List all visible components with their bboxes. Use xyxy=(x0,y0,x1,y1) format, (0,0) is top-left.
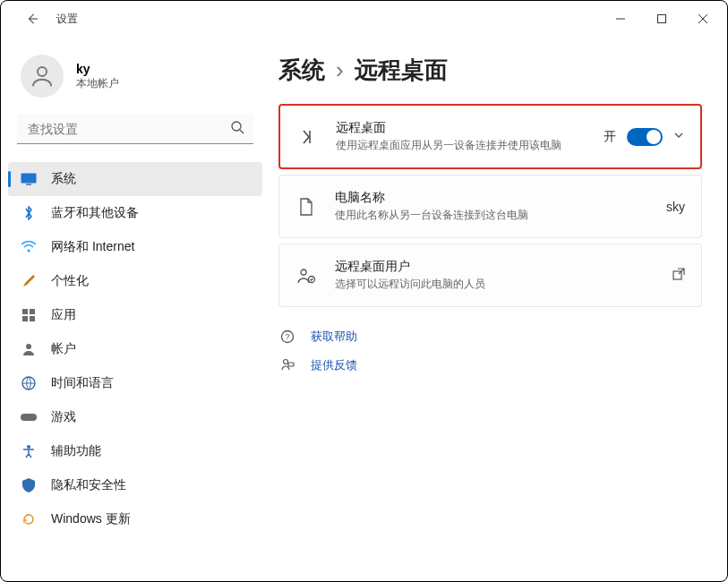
nav-label: 网络和 Internet xyxy=(51,239,134,255)
card-remote-desktop[interactable]: 远程桌面 使用远程桌面应用从另一设备连接并使用该电脑 开 xyxy=(278,104,702,169)
gaming-icon xyxy=(21,409,37,425)
pc-name-value: sky xyxy=(666,200,685,214)
card-subtitle: 使用远程桌面应用从另一设备连接并使用该电脑 xyxy=(336,138,569,153)
card-title: 电脑名称 xyxy=(335,190,666,206)
toggle-status-label: 开 xyxy=(604,129,616,145)
search-input[interactable] xyxy=(17,114,253,144)
help-label: 获取帮助 xyxy=(311,329,357,345)
nav-item-network[interactable]: 网络和 Internet xyxy=(8,230,262,264)
card-pc-name[interactable]: 电脑名称 使用此名称从另一台设备连接到这台电脑 sky xyxy=(278,175,702,238)
breadcrumb-sep: › xyxy=(336,56,344,84)
system-icon xyxy=(21,171,37,187)
nav-label: Windows 更新 xyxy=(51,511,131,527)
help-icon: ? xyxy=(278,330,296,344)
globe-icon xyxy=(21,375,37,391)
breadcrumb-current: 远程桌面 xyxy=(355,55,448,86)
nav-label: 隐私和安全性 xyxy=(51,477,126,493)
close-button[interactable] xyxy=(682,4,724,33)
svg-rect-7 xyxy=(21,174,37,184)
shield-icon xyxy=(21,477,37,493)
maximize-button[interactable] xyxy=(641,4,682,33)
minimize-button[interactable] xyxy=(600,4,641,33)
nav-label: 应用 xyxy=(51,307,76,323)
svg-text:?: ? xyxy=(285,332,289,341)
nav-label: 游戏 xyxy=(51,409,76,425)
user-block[interactable]: ky 本地帐户 xyxy=(1,46,270,114)
nav-item-personalization[interactable]: 个性化 xyxy=(8,264,262,298)
wifi-icon xyxy=(21,239,37,255)
accessibility-icon xyxy=(21,443,37,459)
svg-point-24 xyxy=(284,360,288,364)
svg-rect-8 xyxy=(26,184,31,185)
nav-item-accounts[interactable]: 帐户 xyxy=(8,332,262,366)
card-subtitle: 使用此名称从另一台设备连接到这台电脑 xyxy=(335,208,666,223)
svg-rect-1 xyxy=(658,15,666,23)
svg-point-9 xyxy=(28,250,30,252)
get-help-link[interactable]: ? 获取帮助 xyxy=(278,329,702,345)
card-title: 远程桌面 xyxy=(336,120,604,136)
svg-point-14 xyxy=(26,344,31,349)
svg-rect-12 xyxy=(22,316,28,321)
user-name: ky xyxy=(76,62,119,76)
feedback-icon xyxy=(278,358,296,372)
remote-desktop-toggle[interactable] xyxy=(627,128,663,146)
external-link-icon xyxy=(672,268,685,283)
back-button[interactable] xyxy=(19,5,46,32)
card-title: 远程桌面用户 xyxy=(335,259,672,275)
feedback-label: 提供反馈 xyxy=(311,357,357,373)
feedback-link[interactable]: 提供反馈 xyxy=(278,357,702,373)
svg-point-19 xyxy=(301,270,306,275)
nav-label: 帐户 xyxy=(51,341,76,357)
nav-item-gaming[interactable]: 游戏 xyxy=(8,400,262,434)
svg-rect-11 xyxy=(30,309,35,314)
nav-item-bluetooth[interactable]: 蓝牙和其他设备 xyxy=(8,196,262,230)
bluetooth-icon xyxy=(21,205,37,221)
nav-item-apps[interactable]: 应用 xyxy=(8,298,262,332)
svg-rect-16 xyxy=(21,414,37,421)
chevron-down-icon[interactable] xyxy=(673,130,684,143)
nav-label: 个性化 xyxy=(51,273,89,289)
card-remote-users[interactable]: 远程桌面用户 选择可以远程访问此电脑的人员 xyxy=(278,244,702,307)
nav-label: 蓝牙和其他设备 xyxy=(51,205,139,221)
users-icon xyxy=(295,265,317,287)
remote-desktop-icon xyxy=(296,126,318,148)
breadcrumb-root[interactable]: 系统 xyxy=(278,55,325,86)
nav-item-system[interactable]: 系统 xyxy=(8,162,262,196)
nav-item-time-language[interactable]: 时间和语言 xyxy=(8,366,262,400)
svg-point-17 xyxy=(27,445,30,449)
nav-item-windows-update[interactable]: Windows 更新 xyxy=(8,502,262,536)
svg-rect-13 xyxy=(30,316,35,321)
svg-rect-25 xyxy=(288,363,294,366)
apps-icon xyxy=(21,307,37,323)
svg-rect-10 xyxy=(22,309,28,314)
breadcrumb: 系统 › 远程桌面 xyxy=(278,55,702,86)
nav-list: 系统 蓝牙和其他设备 网络和 Internet 个性化 应用 帐户 xyxy=(1,162,270,536)
nav-label: 辅助功能 xyxy=(51,443,101,459)
accounts-icon xyxy=(21,341,37,357)
nav-item-privacy[interactable]: 隐私和安全性 xyxy=(8,468,262,502)
user-subtitle: 本地帐户 xyxy=(76,76,119,91)
brush-icon xyxy=(21,273,37,289)
update-icon xyxy=(21,511,37,527)
window-title: 设置 xyxy=(56,12,78,27)
nav-label: 时间和语言 xyxy=(51,375,114,391)
card-subtitle: 选择可以远程访问此电脑的人员 xyxy=(335,277,672,292)
svg-point-4 xyxy=(38,67,47,76)
nav-item-accessibility[interactable]: 辅助功能 xyxy=(8,434,262,468)
document-icon xyxy=(295,196,317,218)
nav-label: 系统 xyxy=(51,171,76,187)
avatar xyxy=(21,55,64,98)
